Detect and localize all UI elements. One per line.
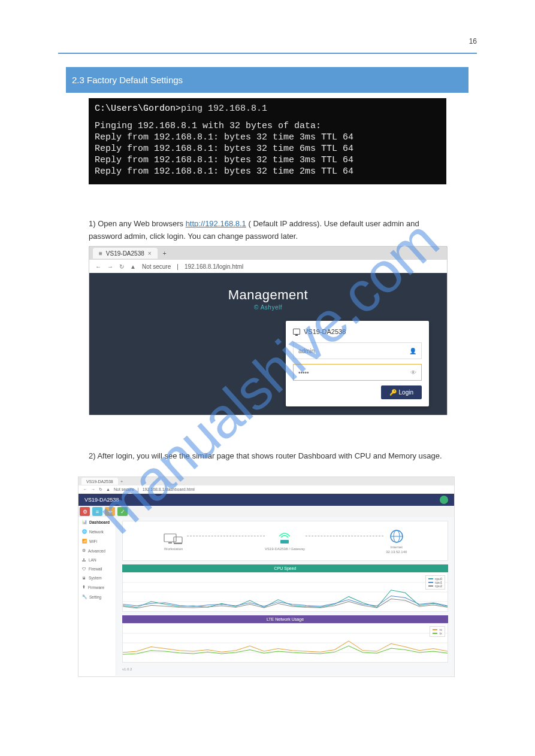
new-tab-button[interactable]: + — [160, 248, 170, 258]
menu-network[interactable]: 🌐Network — [78, 527, 116, 536]
forward-button[interactable]: → — [91, 487, 95, 491]
browser-tab-bar: VS19-DA2538 + — [78, 477, 454, 485]
terminal-output: C:\Users\Gordon>ping 192.168.8.1 Pinging… — [89, 98, 446, 184]
close-tab-icon[interactable]: × — [148, 250, 152, 257]
topo-link-2 — [306, 536, 383, 536]
user-icon: 👤 — [409, 348, 416, 354]
security-label: Not secure — [114, 487, 134, 491]
login-screenshot: ≡ VS19-DA2538 × + ← → ↻ ▲ Not secure | 1… — [89, 246, 448, 415]
security-warning-icon: ▲ — [130, 263, 136, 270]
instruction-text: 1) Open any Web browsers — [89, 219, 186, 228]
security-label: Not secure — [142, 263, 171, 270]
menu-firmware[interactable]: ⬆Firmware — [78, 582, 116, 592]
header-rule — [58, 53, 477, 54]
new-tab-button[interactable]: + — [120, 479, 123, 484]
menu-label: System — [89, 576, 102, 580]
menu-advanced[interactable]: ⚙Advanced — [78, 546, 116, 555]
topo-label: Internet — [391, 545, 403, 549]
topo-ip: 32.13.52.140 — [386, 550, 407, 554]
browser-tab[interactable]: VS19-DA2538 — [81, 478, 118, 485]
menu-label: LAN — [89, 558, 96, 562]
url-text[interactable]: 192.168.8.1/login.html — [185, 263, 243, 270]
terminal-command: ping 192.168.8.1 — [181, 104, 267, 114]
svg-rect-3 — [174, 543, 182, 544]
menu-setting[interactable]: 🔧Setting — [78, 592, 116, 602]
firmware-icon: ⬆ — [82, 585, 86, 590]
default-ip-link[interactable]: http://192.168.8.1 — [186, 219, 246, 228]
instruction-step-2: 2) After login, you will see the similar… — [89, 450, 446, 463]
monitor-icon — [293, 329, 300, 335]
svg-rect-0 — [164, 534, 176, 542]
menu-label: Advanced — [88, 549, 105, 553]
refresh-button[interactable]: ↻ — [99, 487, 102, 492]
terminal-prompt: C:\Users\Gordon> — [95, 104, 181, 114]
instruction-step-1: 1) Open any Web browsers http://192.168.… — [89, 218, 446, 243]
quick-btn-4[interactable]: ✓ — [117, 507, 128, 516]
terminal-ping-header: Pinging 192.168.8.1 with 32 bytes of dat… — [95, 120, 440, 132]
menu-system[interactable]: 🖥System — [78, 573, 116, 582]
password-field[interactable]: ••••• 👁 — [293, 364, 422, 381]
system-icon: 🖥 — [82, 576, 86, 580]
forward-button[interactable]: → — [107, 263, 113, 270]
quick-btn-1[interactable]: ⚙ — [80, 507, 90, 516]
antenna-icon — [277, 532, 292, 546]
svg-rect-1 — [168, 542, 172, 544]
topo-label: Workstation — [164, 547, 183, 551]
login-box: VS19-DA2538 admin 👤 ••••• 👁 🔑 Login — [286, 321, 429, 406]
menu-dashboard[interactable]: 📊Dashboard — [78, 517, 116, 527]
menu-lan[interactable]: 🖧LAN — [78, 555, 116, 564]
app-title: VS19-DA2538 — [84, 497, 119, 503]
device-name-row: VS19-DA2538 — [293, 328, 422, 335]
app-title-bar: VS19-DA2538 — [78, 494, 454, 506]
brand-subtitle: © Ashyelf — [228, 304, 308, 311]
menu-label: WiFi — [89, 539, 97, 544]
menu-firewall[interactable]: 🛡Firewall — [78, 564, 116, 573]
browser-address-bar: ← → ↻ ▲ Not secure | 192.168.8.1/dashboa… — [78, 485, 454, 494]
device-name: VS19-DA2538 — [304, 328, 346, 335]
globe-icon — [389, 529, 404, 544]
tab-title: VS19-DA2538 — [86, 479, 113, 484]
back-button[interactable]: ← — [83, 487, 87, 491]
terminal-reply: Reply from 192.168.8.1: bytes 32 time 6m… — [95, 143, 440, 154]
wrench-icon: 🔧 — [82, 594, 87, 599]
brand-block: Management © Ashyelf — [228, 287, 308, 311]
menu-label: Network — [89, 530, 104, 534]
dashboard-main: Workstation VS19-DA2538 / Gateway — [116, 517, 454, 676]
topo-node-gateway: VS19-DA2538 / Gateway — [265, 532, 305, 551]
network-icon: 🌐 — [82, 529, 87, 534]
terminal-reply: Reply from 192.168.8.1: bytes 32 time 2m… — [95, 166, 440, 177]
username-field[interactable]: admin 👤 — [293, 342, 422, 359]
refresh-button[interactable]: ↻ — [119, 263, 124, 270]
shield-icon: 🛡 — [82, 567, 86, 571]
quick-btn-3[interactable]: ★ — [105, 507, 115, 516]
key-icon: 🔑 — [389, 389, 397, 396]
menu-label: Firmware — [88, 585, 104, 590]
section-title: 2.3 Factory Default Settings — [72, 75, 183, 85]
browser-tab-bar: ≡ VS19-DA2538 × + — [89, 247, 447, 260]
brand-title: Management — [228, 287, 308, 303]
lte-panel-header: LTE Network Usage — [122, 615, 448, 623]
menu-wifi[interactable]: 📶WiFi — [78, 536, 116, 546]
terminal-reply: Reply from 192.168.8.1: bytes 32 time 3m… — [95, 154, 440, 166]
back-button[interactable]: ← — [95, 263, 101, 270]
dashboard-icon: 📊 — [82, 520, 87, 524]
login-button[interactable]: 🔑 Login — [381, 385, 422, 399]
terminal-reply: Reply from 192.168.8.1: bytes 32 time 3m… — [95, 132, 440, 143]
cpu-chart-svg — [123, 573, 448, 611]
quick-btn-2[interactable]: ≡ — [92, 507, 102, 516]
user-avatar[interactable] — [440, 496, 448, 504]
page-number: 16 — [469, 37, 477, 45]
section-title-bar: 2.3 Factory Default Settings — [66, 67, 468, 93]
security-warning-icon: ▲ — [106, 487, 110, 491]
gear-icon: ⚙ — [82, 548, 86, 553]
password-value: ••••• — [298, 369, 309, 376]
eye-icon[interactable]: 👁 — [410, 369, 416, 376]
dashboard-screenshot: VS19-DA2538 + ← → ↻ ▲ Not secure | 192.1… — [78, 476, 455, 677]
svg-rect-4 — [280, 540, 289, 544]
cpu-legend: cpu0 cpu1 cpu2 — [425, 575, 445, 590]
browser-tab[interactable]: ≡ VS19-DA2538 × — [93, 248, 158, 259]
wifi-icon: 📶 — [82, 539, 87, 544]
dashboard-footer: v1.0.2 — [122, 666, 448, 672]
url-text[interactable]: 192.168.8.1/dashboard.html — [143, 487, 195, 491]
quick-action-bar: ⚙ ≡ ★ ✓ — [78, 506, 454, 517]
